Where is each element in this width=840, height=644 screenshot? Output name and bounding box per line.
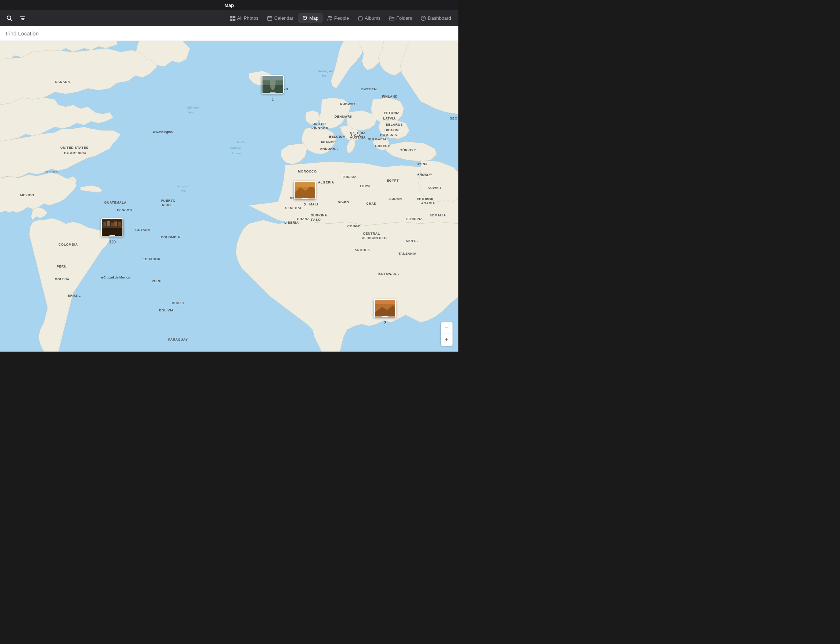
tab-albums-label: Albums	[365, 15, 381, 21]
sudan-label: SUDAN	[389, 197, 402, 200]
window-title: Map	[224, 3, 234, 8]
guatemala-label: GUATEMALA	[104, 200, 127, 204]
morocco-label: MOROCCO	[298, 169, 317, 173]
svg-rect-9	[268, 16, 272, 20]
algeria-label: ALGERIA	[318, 181, 334, 184]
kenya-label: KENYA	[406, 239, 418, 243]
zoom-out-button[interactable]: −	[441, 322, 452, 334]
tab-people[interactable]: People	[323, 13, 353, 23]
search-bar	[0, 26, 459, 41]
tab-calendar-label: Calendar	[274, 15, 294, 21]
latvia-label: LATVIA	[383, 117, 396, 120]
pin-mexico[interactable]: 320	[101, 218, 123, 244]
svg-rect-6	[233, 16, 235, 18]
toolbar-left	[3, 14, 28, 23]
saudi-label2: ARABIA	[421, 201, 435, 205]
tab-dashboard-label: Dashboard	[428, 15, 451, 21]
svg-rect-24	[107, 221, 110, 226]
ukraine-label: UKRAINE	[385, 128, 401, 132]
botswana-label: BOTSWANA	[378, 272, 399, 276]
moscow-label: ★Moscow	[417, 172, 432, 176]
svg-rect-36	[294, 182, 315, 187]
romania-label: ROMANIA	[380, 133, 397, 137]
pin-iceland[interactable]: 1	[262, 75, 284, 101]
svg-rect-17	[358, 17, 362, 20]
colombia-label2: COLOMBIA	[161, 235, 180, 239]
norwegian-sea-label2: Sea	[322, 74, 326, 77]
pin-mexico-photo	[101, 218, 123, 237]
filter-button[interactable]	[18, 14, 28, 23]
albums-icon	[358, 16, 363, 21]
labrador-label: Labrador	[186, 106, 199, 109]
svg-rect-25	[111, 223, 114, 226]
svg-rect-29	[102, 226, 122, 228]
bolivia-label2: BOLIVIA	[159, 309, 174, 312]
ethiopia-label: ETHIOPIA	[406, 217, 423, 221]
map-controls: − +	[441, 322, 452, 346]
panama-label: PANAMA	[117, 208, 132, 212]
tab-folders[interactable]: Folders	[385, 13, 416, 23]
sweden-label: SWEDEN	[361, 87, 377, 91]
washington-label: ★Washington	[153, 130, 173, 134]
tanzania-label: TANZANIA	[398, 252, 416, 255]
brazil-label: BRAZIL	[67, 294, 81, 297]
estonia-label: ESTONIA	[384, 111, 399, 115]
search-button[interactable]	[4, 14, 15, 23]
brazil-label2: BRAZIL	[172, 301, 185, 305]
map-icon	[302, 16, 307, 21]
map-container[interactable]: .land { fill: #f0ece0; stroke: #c8c0a8; …	[0, 41, 459, 352]
search-input[interactable]	[6, 30, 452, 36]
pin-sahara[interactable]: 2	[294, 181, 316, 207]
pin-iceland-count: 1	[271, 97, 274, 101]
tab-dashboard[interactable]: Dashboard	[416, 13, 455, 23]
tab-calendar[interactable]: Calendar	[263, 13, 298, 23]
svg-point-16	[330, 16, 332, 18]
burkina-label: BURKINA	[311, 214, 327, 217]
north-atlantic-label3: Ocean	[232, 151, 241, 155]
bolivia-label: BOLIVIA	[55, 278, 69, 281]
tab-map[interactable]: Map	[298, 13, 323, 23]
ciudad-mexico-label: ★Ciudad de México	[100, 276, 130, 279]
svg-rect-26	[114, 222, 117, 226]
usa-label: UNITED STATES	[60, 146, 89, 150]
svg-rect-5	[230, 16, 232, 18]
tab-albums[interactable]: Albums	[353, 13, 385, 23]
belgium-label: BELGIUM	[329, 135, 345, 138]
labrador-label2: Sea	[188, 110, 193, 114]
dashboard-icon	[421, 16, 426, 21]
sargasso-label: Sargasso	[177, 184, 189, 188]
eritrea-label: ERITREA	[417, 197, 432, 200]
svg-rect-23	[104, 222, 106, 226]
norway-label: NORWAY	[340, 102, 356, 106]
pin-africa-photo	[374, 299, 396, 317]
uk-label2: KINGDOM	[311, 127, 329, 130]
tab-all-photos-label: All Photos	[237, 15, 259, 21]
zoom-in-button[interactable]: +	[441, 334, 452, 346]
denmark-label: DENMARK	[334, 115, 353, 118]
france-label: FRANCE	[321, 140, 336, 144]
niger-label: NIGER	[338, 200, 349, 204]
greece-label: GREECE	[375, 144, 390, 148]
finland-label: FINLAND	[382, 95, 398, 98]
libya-label: LIBYA	[360, 184, 371, 188]
bulgaria-label: BULGARIA	[368, 138, 387, 141]
caf-label2: AFRICAN REP.	[362, 236, 387, 240]
calendar-icon	[267, 16, 272, 21]
svg-rect-8	[233, 19, 235, 21]
norwegian-sea-label: Norwegian	[318, 69, 333, 73]
kuwait-label: KUWAIT	[428, 186, 442, 190]
pin-africa-south[interactable]: 2	[374, 299, 396, 325]
turkey-label: TÜRKIYE	[400, 148, 416, 152]
guyana-label: GUYANA	[135, 228, 150, 232]
pin-mexico-count: 320	[109, 240, 115, 244]
tab-all-photos[interactable]: All Photos	[226, 13, 263, 23]
syria-label: SYRIA	[417, 162, 428, 166]
svg-rect-39	[375, 300, 395, 304]
georgia-label: GEORGIA	[450, 117, 459, 120]
congo-label: CONGO	[347, 224, 361, 228]
canada-label: CANADA	[55, 80, 70, 84]
svg-point-0	[7, 16, 11, 20]
los-angeles-label: Los Angeles	[44, 170, 59, 173]
puerto-rico-label: PUERTO	[161, 199, 176, 202]
burkina-label2: FASO	[311, 218, 321, 222]
